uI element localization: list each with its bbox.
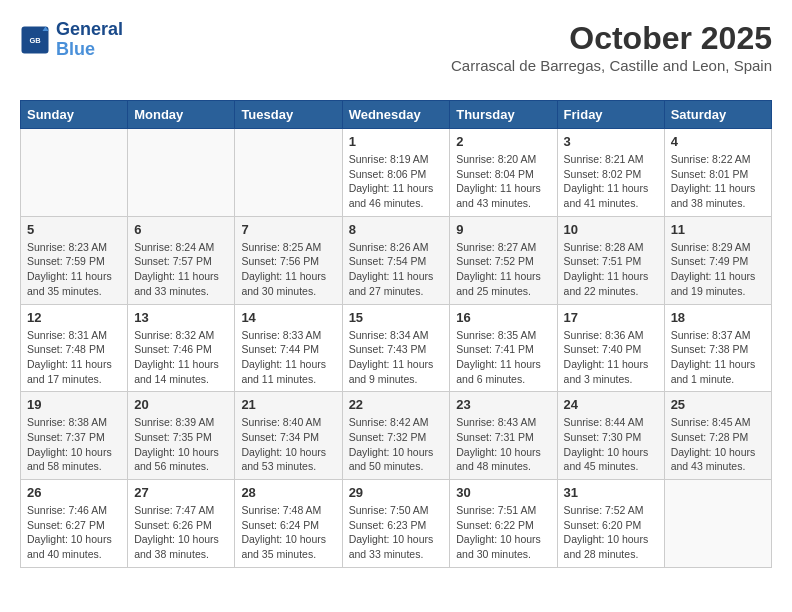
day-info: Sunrise: 8:26 AM Sunset: 7:54 PM Dayligh…: [349, 240, 444, 299]
day-number: 23: [456, 397, 550, 412]
day-info: Sunrise: 8:28 AM Sunset: 7:51 PM Dayligh…: [564, 240, 658, 299]
day-cell: 26Sunrise: 7:46 AM Sunset: 6:27 PM Dayli…: [21, 480, 128, 568]
day-cell: 16Sunrise: 8:35 AM Sunset: 7:41 PM Dayli…: [450, 304, 557, 392]
day-info: Sunrise: 8:25 AM Sunset: 7:56 PM Dayligh…: [241, 240, 335, 299]
day-cell: 8Sunrise: 8:26 AM Sunset: 7:54 PM Daylig…: [342, 216, 450, 304]
day-number: 30: [456, 485, 550, 500]
day-cell: 3Sunrise: 8:21 AM Sunset: 8:02 PM Daylig…: [557, 129, 664, 217]
logo-line2: Blue: [56, 40, 123, 60]
day-cell: 23Sunrise: 8:43 AM Sunset: 7:31 PM Dayli…: [450, 392, 557, 480]
day-info: Sunrise: 7:48 AM Sunset: 6:24 PM Dayligh…: [241, 503, 335, 562]
day-info: Sunrise: 8:33 AM Sunset: 7:44 PM Dayligh…: [241, 328, 335, 387]
day-number: 18: [671, 310, 765, 325]
day-number: 8: [349, 222, 444, 237]
week-row-5: 26Sunrise: 7:46 AM Sunset: 6:27 PM Dayli…: [21, 480, 772, 568]
day-number: 26: [27, 485, 121, 500]
day-info: Sunrise: 8:42 AM Sunset: 7:32 PM Dayligh…: [349, 415, 444, 474]
week-row-4: 19Sunrise: 8:38 AM Sunset: 7:37 PM Dayli…: [21, 392, 772, 480]
title-section: October 2025 Carrascal de Barregas, Cast…: [451, 20, 772, 86]
weekday-header-row: SundayMondayTuesdayWednesdayThursdayFrid…: [21, 101, 772, 129]
day-info: Sunrise: 8:40 AM Sunset: 7:34 PM Dayligh…: [241, 415, 335, 474]
day-info: Sunrise: 8:19 AM Sunset: 8:06 PM Dayligh…: [349, 152, 444, 211]
day-cell: 31Sunrise: 7:52 AM Sunset: 6:20 PM Dayli…: [557, 480, 664, 568]
day-info: Sunrise: 8:38 AM Sunset: 7:37 PM Dayligh…: [27, 415, 121, 474]
day-cell: 6Sunrise: 8:24 AM Sunset: 7:57 PM Daylig…: [128, 216, 235, 304]
day-cell: 11Sunrise: 8:29 AM Sunset: 7:49 PM Dayli…: [664, 216, 771, 304]
day-info: Sunrise: 8:27 AM Sunset: 7:52 PM Dayligh…: [456, 240, 550, 299]
week-row-1: 1Sunrise: 8:19 AM Sunset: 8:06 PM Daylig…: [21, 129, 772, 217]
day-cell: [235, 129, 342, 217]
day-number: 4: [671, 134, 765, 149]
day-number: 19: [27, 397, 121, 412]
day-info: Sunrise: 8:24 AM Sunset: 7:57 PM Dayligh…: [134, 240, 228, 299]
day-cell: 13Sunrise: 8:32 AM Sunset: 7:46 PM Dayli…: [128, 304, 235, 392]
svg-text:GB: GB: [29, 36, 41, 45]
day-number: 27: [134, 485, 228, 500]
day-cell: 30Sunrise: 7:51 AM Sunset: 6:22 PM Dayli…: [450, 480, 557, 568]
day-cell: 10Sunrise: 8:28 AM Sunset: 7:51 PM Dayli…: [557, 216, 664, 304]
day-number: 9: [456, 222, 550, 237]
day-cell: 22Sunrise: 8:42 AM Sunset: 7:32 PM Dayli…: [342, 392, 450, 480]
day-cell: 29Sunrise: 7:50 AM Sunset: 6:23 PM Dayli…: [342, 480, 450, 568]
weekday-header-tuesday: Tuesday: [235, 101, 342, 129]
day-cell: 12Sunrise: 8:31 AM Sunset: 7:48 PM Dayli…: [21, 304, 128, 392]
day-info: Sunrise: 8:31 AM Sunset: 7:48 PM Dayligh…: [27, 328, 121, 387]
day-info: Sunrise: 8:35 AM Sunset: 7:41 PM Dayligh…: [456, 328, 550, 387]
logo-line1: General: [56, 20, 123, 40]
day-cell: 18Sunrise: 8:37 AM Sunset: 7:38 PM Dayli…: [664, 304, 771, 392]
day-cell: 7Sunrise: 8:25 AM Sunset: 7:56 PM Daylig…: [235, 216, 342, 304]
day-number: 31: [564, 485, 658, 500]
day-info: Sunrise: 7:50 AM Sunset: 6:23 PM Dayligh…: [349, 503, 444, 562]
day-info: Sunrise: 7:52 AM Sunset: 6:20 PM Dayligh…: [564, 503, 658, 562]
day-cell: 15Sunrise: 8:34 AM Sunset: 7:43 PM Dayli…: [342, 304, 450, 392]
day-number: 21: [241, 397, 335, 412]
day-info: Sunrise: 8:34 AM Sunset: 7:43 PM Dayligh…: [349, 328, 444, 387]
weekday-header-friday: Friday: [557, 101, 664, 129]
day-info: Sunrise: 8:32 AM Sunset: 7:46 PM Dayligh…: [134, 328, 228, 387]
location-title: Carrascal de Barregas, Castille and Leon…: [451, 57, 772, 74]
calendar: SundayMondayTuesdayWednesdayThursdayFrid…: [20, 100, 772, 568]
day-info: Sunrise: 8:43 AM Sunset: 7:31 PM Dayligh…: [456, 415, 550, 474]
week-row-2: 5Sunrise: 8:23 AM Sunset: 7:59 PM Daylig…: [21, 216, 772, 304]
week-row-3: 12Sunrise: 8:31 AM Sunset: 7:48 PM Dayli…: [21, 304, 772, 392]
day-cell: 2Sunrise: 8:20 AM Sunset: 8:04 PM Daylig…: [450, 129, 557, 217]
day-number: 2: [456, 134, 550, 149]
day-cell: 21Sunrise: 8:40 AM Sunset: 7:34 PM Dayli…: [235, 392, 342, 480]
day-info: Sunrise: 8:36 AM Sunset: 7:40 PM Dayligh…: [564, 328, 658, 387]
day-number: 20: [134, 397, 228, 412]
day-cell: [128, 129, 235, 217]
weekday-header-wednesday: Wednesday: [342, 101, 450, 129]
day-cell: 14Sunrise: 8:33 AM Sunset: 7:44 PM Dayli…: [235, 304, 342, 392]
day-cell: 17Sunrise: 8:36 AM Sunset: 7:40 PM Dayli…: [557, 304, 664, 392]
day-number: 3: [564, 134, 658, 149]
day-info: Sunrise: 7:46 AM Sunset: 6:27 PM Dayligh…: [27, 503, 121, 562]
day-cell: 27Sunrise: 7:47 AM Sunset: 6:26 PM Dayli…: [128, 480, 235, 568]
day-number: 1: [349, 134, 444, 149]
day-info: Sunrise: 7:47 AM Sunset: 6:26 PM Dayligh…: [134, 503, 228, 562]
day-number: 5: [27, 222, 121, 237]
day-cell: 24Sunrise: 8:44 AM Sunset: 7:30 PM Dayli…: [557, 392, 664, 480]
day-info: Sunrise: 8:21 AM Sunset: 8:02 PM Dayligh…: [564, 152, 658, 211]
weekday-header-monday: Monday: [128, 101, 235, 129]
day-info: Sunrise: 8:45 AM Sunset: 7:28 PM Dayligh…: [671, 415, 765, 474]
day-number: 6: [134, 222, 228, 237]
weekday-header-thursday: Thursday: [450, 101, 557, 129]
day-number: 17: [564, 310, 658, 325]
day-cell: 19Sunrise: 8:38 AM Sunset: 7:37 PM Dayli…: [21, 392, 128, 480]
day-cell: [664, 480, 771, 568]
day-number: 7: [241, 222, 335, 237]
day-cell: 28Sunrise: 7:48 AM Sunset: 6:24 PM Dayli…: [235, 480, 342, 568]
weekday-header-saturday: Saturday: [664, 101, 771, 129]
day-info: Sunrise: 8:37 AM Sunset: 7:38 PM Dayligh…: [671, 328, 765, 387]
day-number: 15: [349, 310, 444, 325]
day-number: 29: [349, 485, 444, 500]
day-cell: 5Sunrise: 8:23 AM Sunset: 7:59 PM Daylig…: [21, 216, 128, 304]
day-cell: 20Sunrise: 8:39 AM Sunset: 7:35 PM Dayli…: [128, 392, 235, 480]
day-number: 13: [134, 310, 228, 325]
weekday-header-sunday: Sunday: [21, 101, 128, 129]
day-number: 12: [27, 310, 121, 325]
day-number: 14: [241, 310, 335, 325]
month-title: October 2025: [451, 20, 772, 57]
day-cell: 9Sunrise: 8:27 AM Sunset: 7:52 PM Daylig…: [450, 216, 557, 304]
day-info: Sunrise: 8:23 AM Sunset: 7:59 PM Dayligh…: [27, 240, 121, 299]
